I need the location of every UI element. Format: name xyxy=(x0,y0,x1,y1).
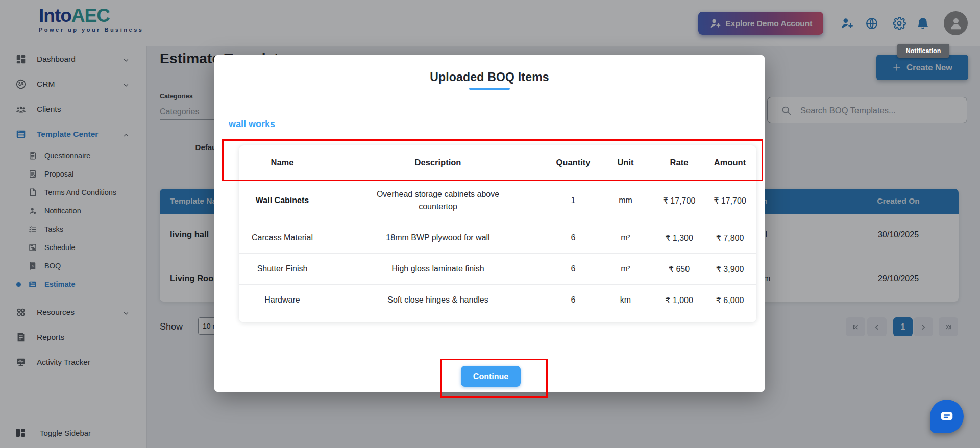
notification-tooltip: Notification xyxy=(897,44,949,58)
boq-cell-amt: ₹ 17,700 xyxy=(703,179,756,222)
modal-divider xyxy=(214,105,765,105)
boq-item-row: Wall CabinetsOverhead storage cabinets a… xyxy=(239,179,756,222)
boq-col-unit: Unit xyxy=(596,145,655,179)
boq-cell-desc: 18mm BWP plywood for wall xyxy=(326,222,550,254)
chat-icon xyxy=(939,409,954,424)
boq-cell-amt: ₹ 3,900 xyxy=(703,254,756,285)
boq-cell-unit: mm xyxy=(596,179,655,222)
modal-title: Uploaded BOQ Items xyxy=(214,70,765,84)
chat-button[interactable] xyxy=(930,400,964,433)
boq-cell-amt: ₹ 6,000 xyxy=(703,285,756,316)
boq-col-quantity: Quantity xyxy=(550,145,596,179)
boq-cell-qty: 1 xyxy=(550,179,596,222)
boq-col-amount: Amount xyxy=(703,145,756,179)
boq-item-row: Carcass Material18mm BWP plywood for wal… xyxy=(239,222,756,254)
app-root: IntoAEC Power up your Business Explore D… xyxy=(0,0,980,448)
boq-items-table: NameDescriptionQuantityUnitRateAmount Wa… xyxy=(239,145,756,322)
boq-cell-qty: 6 xyxy=(550,285,596,316)
boq-col-description: Description xyxy=(326,145,550,179)
boq-cell-unit: km xyxy=(596,285,655,316)
boq-col-rate: Rate xyxy=(655,145,703,179)
boq-cell-unit: m² xyxy=(596,254,655,285)
boq-cell-name: Hardware xyxy=(239,285,326,316)
boq-cell-desc: Soft close hinges & handles xyxy=(326,285,550,316)
boq-cell-desc: Overhead storage cabinets above countert… xyxy=(326,179,550,222)
boq-col-name: Name xyxy=(239,145,326,179)
boq-cell-amt: ₹ 7,800 xyxy=(703,222,756,254)
boq-cell-unit: m² xyxy=(596,222,655,254)
boq-item-row: HardwareSoft close hinges & handles6km₹ … xyxy=(239,285,756,316)
boq-cell-desc: High gloss laminate finish xyxy=(326,254,550,285)
uploaded-boq-items-modal: Uploaded BOQ Items wall works NameDescri… xyxy=(214,55,765,392)
boq-section-link[interactable]: wall works xyxy=(229,119,275,130)
boq-cell-rate: ₹ 1,000 xyxy=(655,285,703,316)
boq-cell-name: Shutter Finish xyxy=(239,254,326,285)
boq-cell-rate: ₹ 17,700 xyxy=(655,179,703,222)
boq-table-header-row: NameDescriptionQuantityUnitRateAmount xyxy=(239,145,756,179)
boq-cell-qty: 6 xyxy=(550,222,596,254)
boq-cell-qty: 6 xyxy=(550,254,596,285)
boq-cell-name: Carcass Material xyxy=(239,222,326,254)
continue-button[interactable]: Continue xyxy=(461,366,521,387)
boq-cell-rate: ₹ 650 xyxy=(655,254,703,285)
boq-cell-rate: ₹ 1,300 xyxy=(655,222,703,254)
boq-cell-name: Wall Cabinets xyxy=(239,179,326,222)
boq-item-row: Shutter FinishHigh gloss laminate finish… xyxy=(239,254,756,285)
modal-title-underline xyxy=(469,88,510,90)
